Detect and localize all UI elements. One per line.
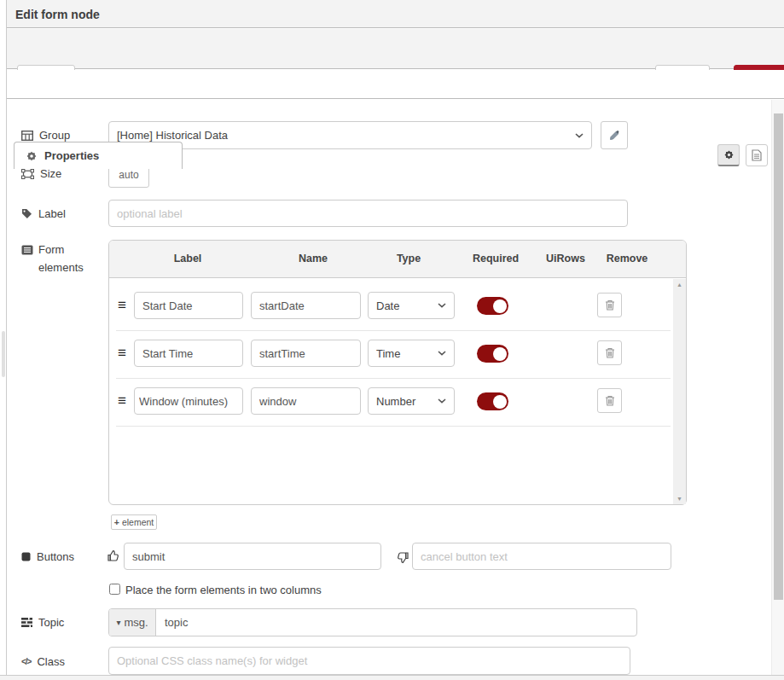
- description-icon-button[interactable]: [746, 144, 768, 166]
- tab-row: Properties: [7, 70, 784, 99]
- code-icon: </>: [21, 657, 31, 666]
- edit-group-button[interactable]: [601, 121, 628, 149]
- element-label-input[interactable]: [134, 292, 243, 319]
- column-header-type: Type: [397, 253, 421, 264]
- dialog-title: Edit form node: [15, 8, 100, 21]
- topic-value[interactable]: topic: [156, 609, 188, 636]
- file-text-icon: [752, 149, 762, 161]
- drag-handle-icon[interactable]: ≡: [118, 298, 126, 312]
- main-scrollbar[interactable]: [771, 100, 784, 675]
- scroll-down-icon[interactable]: ▼: [673, 496, 686, 502]
- gear-icon: [26, 150, 38, 162]
- topic-field-label: Topic: [21, 616, 64, 629]
- element-type-select[interactable]: Date: [368, 292, 455, 319]
- label-field-label: Label: [21, 207, 66, 220]
- column-header-uirows: UiRows: [546, 253, 585, 264]
- column-header-required: Required: [473, 253, 519, 264]
- buttons-field-label: Buttons: [21, 550, 74, 563]
- add-element-button[interactable]: + element: [111, 514, 157, 530]
- form-elements-table-header: Label Name Type Required UiRows Remove: [109, 241, 686, 278]
- tab-properties[interactable]: Properties: [14, 142, 183, 169]
- column-header-label: Label: [174, 253, 202, 264]
- list-alt-icon: [21, 245, 33, 255]
- delete-element-button[interactable]: [597, 340, 622, 365]
- delete-element-button[interactable]: [597, 293, 622, 317]
- element-name-input[interactable]: [251, 292, 361, 319]
- typed-input-prefix: msg.: [124, 616, 148, 629]
- column-header-name: Name: [299, 253, 328, 264]
- required-toggle[interactable]: [477, 345, 508, 363]
- table-scrollbar[interactable]: ▲ ▼: [673, 279, 686, 504]
- left-rail: [0, 0, 7, 680]
- delete-element-button[interactable]: [597, 388, 622, 413]
- required-toggle[interactable]: [477, 392, 508, 410]
- chevron-down-icon: [438, 303, 446, 308]
- drag-handle-icon[interactable]: ≡: [118, 393, 126, 408]
- class-input[interactable]: [108, 647, 630, 675]
- column-header-remove: Remove: [607, 253, 648, 264]
- pencil-icon: [608, 130, 620, 142]
- form-elements-field-label: Form elements: [21, 241, 83, 277]
- scroll-up-icon[interactable]: ▲: [673, 282, 686, 288]
- row-separator: [116, 426, 671, 427]
- tag-icon: [21, 208, 32, 219]
- topic-typed-input[interactable]: ▾ msg. topic: [108, 608, 637, 636]
- chevron-down-icon: [438, 351, 446, 356]
- chevron-down-icon: [575, 133, 584, 138]
- trash-icon: [605, 395, 615, 406]
- dialog-button-bar: Delete Cancel Done: [7, 29, 784, 69]
- group-select-value: [Home] Historical Data: [117, 129, 228, 142]
- thumbs-up-icon: [107, 549, 120, 562]
- chevron-down-icon: [438, 398, 446, 404]
- bottom-strip: [0, 675, 784, 680]
- edit-form-node-dialog: Edit form node Delete Cancel Done Proper…: [0, 0, 784, 680]
- plus-icon: +: [114, 517, 119, 527]
- square-icon: [21, 552, 31, 561]
- tab-properties-label: Properties: [44, 149, 99, 162]
- dialog-header: Edit form node: [7, 0, 784, 28]
- submit-button-text-input[interactable]: [124, 543, 381, 570]
- required-toggle[interactable]: [477, 297, 508, 315]
- typed-input-type-button[interactable]: ▾ msg.: [109, 609, 156, 636]
- size-field-label: Size: [21, 167, 61, 180]
- element-type-select[interactable]: Time: [368, 340, 455, 367]
- table-icon: [21, 131, 33, 141]
- class-field-label: </> Class: [21, 655, 65, 668]
- element-type-select[interactable]: Number: [368, 387, 455, 415]
- element-name-input[interactable]: [251, 387, 361, 415]
- tasks-icon: [21, 618, 32, 627]
- gear-icon: [723, 149, 735, 160]
- caret-down-icon: ▾: [116, 618, 120, 627]
- row-separator: [116, 378, 671, 379]
- two-columns-checkbox[interactable]: [109, 584, 120, 595]
- main-scrollbar-thumb[interactable]: [774, 113, 783, 600]
- element-label-input[interactable]: [134, 387, 243, 415]
- object-group-icon: [21, 169, 34, 179]
- group-field-label: Group: [21, 129, 70, 142]
- trash-icon: [605, 347, 615, 358]
- trash-icon: [605, 299, 615, 311]
- cancel-button-text-input[interactable]: [412, 543, 671, 570]
- two-columns-label: Place the form elements in two columns: [125, 584, 322, 596]
- form-elements-table: Label Name Type Required UiRows Remove ≡…: [108, 240, 687, 505]
- properties-icon-button[interactable]: [717, 144, 740, 166]
- label-input[interactable]: [108, 200, 628, 227]
- row-separator: [116, 330, 671, 331]
- element-name-input[interactable]: [251, 340, 361, 367]
- drag-handle-icon[interactable]: ≡: [118, 346, 126, 360]
- element-label-input[interactable]: [134, 340, 243, 367]
- thumbs-down-icon: [396, 551, 409, 564]
- rail-grip[interactable]: [2, 331, 5, 377]
